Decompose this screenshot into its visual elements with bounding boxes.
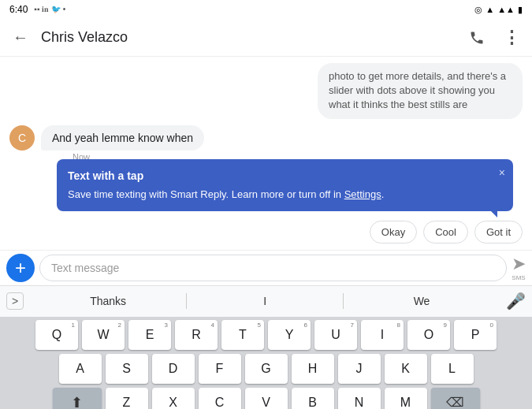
status-time: 6:40 ▪▪ 𝐢𝐧 🐦 •: [9, 4, 65, 15]
send-label: SMS: [512, 274, 525, 281]
suggestion-we[interactable]: We: [344, 295, 500, 307]
app-bar-actions: ⋮: [463, 24, 526, 52]
signal-icon: ◎: [474, 5, 482, 15]
add-icon: +: [15, 258, 26, 277]
shift-key[interactable]: ⬆: [53, 388, 102, 409]
suggestion-i[interactable]: I: [187, 295, 343, 307]
tooltip-title: Text with a tap: [68, 169, 502, 184]
smart-reply-tooltip: × Text with a tap Save time texting with…: [57, 159, 513, 211]
wifi-icon: ▲: [485, 5, 494, 14]
text-input-placeholder: Text message: [51, 262, 119, 274]
smart-reply-chips: Okay Cool Got it: [0, 221, 532, 250]
key-c[interactable]: C: [199, 388, 241, 409]
key-t[interactable]: 5T: [221, 320, 264, 350]
key-x[interactable]: X: [152, 388, 195, 409]
chip-okay[interactable]: Okay: [370, 221, 417, 244]
key-r[interactable]: 4R: [175, 320, 218, 350]
chip-cool[interactable]: Cool: [423, 221, 468, 244]
suggestion-thanks[interactable]: Thanks: [30, 295, 186, 307]
time-display: 6:40: [9, 4, 28, 15]
key-m[interactable]: M: [385, 388, 427, 409]
status-icons: ◎ ▲ ▲▲ ▮: [474, 5, 523, 15]
send-icon: ➤: [512, 254, 526, 274]
key-d[interactable]: D: [152, 354, 195, 384]
key-n[interactable]: N: [338, 388, 381, 409]
chip-got-it[interactable]: Got it: [474, 221, 523, 244]
key-y[interactable]: 6Y: [268, 320, 311, 350]
message-input-row: + Text message ➤ SMS: [0, 250, 532, 285]
key-i[interactable]: 8I: [361, 320, 404, 350]
tooltip-close-button[interactable]: ×: [499, 165, 505, 181]
suggestion-bar: > Thanks I We 🎤: [0, 285, 532, 317]
suggest-chevron[interactable]: >: [6, 292, 24, 310]
key-z[interactable]: Z: [106, 388, 148, 409]
key-l[interactable]: L: [431, 354, 474, 384]
key-j[interactable]: J: [338, 354, 381, 384]
add-button[interactable]: +: [6, 254, 35, 282]
tooltip-body: Save time texting with Smart Reply. Lear…: [68, 188, 502, 202]
key-w[interactable]: 2W: [82, 320, 125, 350]
back-icon: ←: [13, 28, 28, 46]
key-u[interactable]: 7U: [314, 320, 357, 350]
received-bubble: And yeah lemme know when: [41, 125, 204, 151]
keyboard: 1Q 2W 3E 4R 5T 6Y 7U 8I 9O 0P A S D F G …: [0, 317, 532, 409]
phone-icon: [469, 30, 485, 46]
sim-icons: ▪▪ 𝐢𝐧 🐦 •: [34, 5, 65, 14]
keyboard-row-1: 1Q 2W 3E 4R 5T 6Y 7U 8I 9O 0P: [2, 320, 530, 350]
key-h[interactable]: H: [292, 354, 334, 384]
key-k[interactable]: K: [385, 354, 427, 384]
contact-name: Chris Velazco: [35, 29, 463, 46]
keyboard-row-3: ⬆ Z X C V B N M ⌫: [2, 388, 530, 409]
delete-key[interactable]: ⌫: [431, 388, 480, 409]
text-input[interactable]: Text message: [39, 255, 507, 281]
received-message-row: C And yeah lemme know when Now: [9, 125, 523, 159]
battery-icon: ▮: [518, 5, 523, 15]
received-message-text: And yeah lemme know when: [52, 132, 193, 144]
more-icon: ⋮: [503, 28, 520, 48]
key-a[interactable]: A: [59, 354, 102, 384]
key-f[interactable]: F: [199, 354, 241, 384]
previous-message: photo to get more details, and there's a…: [318, 63, 523, 119]
tooltip-container: × Text with a tap Save time texting with…: [0, 159, 532, 221]
send-button[interactable]: ➤ SMS: [512, 254, 526, 281]
key-e[interactable]: 3E: [128, 320, 171, 350]
chat-area: photo to get more details, and there's a…: [0, 57, 532, 159]
settings-link[interactable]: Settings: [344, 188, 381, 200]
key-v[interactable]: V: [245, 388, 288, 409]
key-s[interactable]: S: [106, 354, 148, 384]
back-button[interactable]: ←: [6, 24, 35, 52]
mic-button[interactable]: 🎤: [506, 292, 526, 310]
key-g[interactable]: G: [245, 354, 288, 384]
phone-button[interactable]: [463, 24, 491, 52]
avatar: C: [9, 125, 35, 151]
status-bar: 6:40 ▪▪ 𝐢𝐧 🐦 • ◎ ▲ ▲▲ ▮: [0, 0, 532, 19]
previous-message-text: photo to get more details, and there's a…: [329, 70, 506, 110]
keyboard-row-2: A S D F G H J K L: [2, 354, 530, 384]
key-o[interactable]: 9O: [407, 320, 450, 350]
key-q[interactable]: 1Q: [35, 320, 78, 350]
key-p[interactable]: 0P: [454, 320, 497, 350]
key-b[interactable]: B: [292, 388, 334, 409]
app-bar: ← Chris Velazco ⋮: [0, 19, 532, 57]
message-time: Now: [41, 152, 204, 159]
network-icon: ▲▲: [497, 5, 515, 14]
more-button[interactable]: ⋮: [497, 24, 526, 52]
